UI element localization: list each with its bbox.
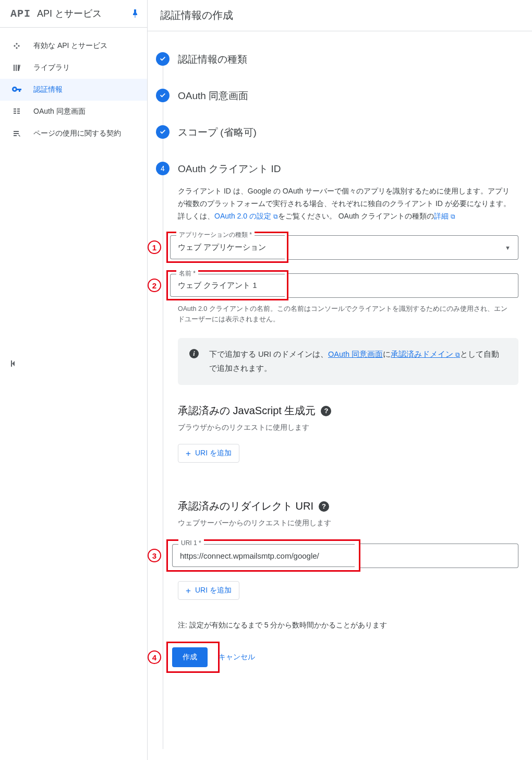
step-title: OAuth クライアント ID	[178, 162, 518, 185]
sidebar-nav: 有効な API とサービス ライブラリ 認証情報 OAuth 同意画面	[0, 28, 147, 144]
redirect-uri-heading: 承認済みのリダイレクト URI ?	[178, 499, 518, 513]
sidebar-item-label: ライブラリ	[33, 63, 70, 73]
redirect-uri-input[interactable]	[180, 551, 347, 560]
terms-icon	[10, 129, 23, 138]
help-icon[interactable]: ?	[319, 501, 329, 512]
external-link-icon: ⧉	[451, 213, 455, 220]
step-oauth-client-id: 4 OAuth クライアント ID クライアント ID は、Google の O…	[148, 162, 518, 749]
sidebar-item-label: ページの使用に関する契約	[33, 129, 121, 138]
uri1-label: URI 1 *	[178, 539, 204, 547]
client-type-detail-link[interactable]: 詳細 ⧉	[434, 212, 455, 220]
api-logo: API	[10, 8, 31, 20]
diamond-icon	[10, 42, 23, 50]
check-icon	[156, 125, 170, 139]
sidebar-header: API API とサービス	[0, 0, 147, 28]
sidebar-title: API とサービス	[37, 7, 131, 20]
key-icon	[10, 87, 23, 93]
page-title: 認証情報の作成	[148, 0, 532, 31]
sidebar-item-terms[interactable]: ページの使用に関する契約	[0, 123, 147, 144]
help-icon[interactable]: ?	[321, 406, 331, 416]
note-text: 注: 設定が有効になるまで 5 分から数時間かかることがあります	[178, 621, 518, 630]
annotation-marker-4: 4	[148, 650, 161, 664]
collapse-sidebar-icon[interactable]	[10, 360, 19, 367]
step-number: 4	[156, 162, 170, 175]
info-panel: i 下で追加する URI のドメインは、OAuth 同意画面に承認済みドメイン …	[178, 338, 518, 385]
annotation-marker-3: 3	[148, 549, 161, 562]
app-type-select-ext[interactable]: ▼	[287, 235, 518, 260]
authorized-domain-link[interactable]: 承認済みドメイン ⧉	[391, 350, 460, 358]
sidebar-item-enabled-apis[interactable]: 有効な API とサービス	[0, 35, 147, 57]
sidebar: API API とサービス 有効な API とサービス ライブラリ	[0, 0, 148, 760]
add-js-uri-button[interactable]: + URI を追加	[178, 444, 239, 463]
plus-icon: +	[186, 586, 191, 595]
sidebar-item-library[interactable]: ライブラリ	[0, 57, 147, 79]
annotation-marker-2: 2	[148, 279, 161, 292]
create-button[interactable]: 作成	[172, 647, 208, 667]
oauth-setup-link[interactable]: OAuth 2.0 の設定 ⧉	[214, 212, 278, 220]
step-title: OAuth 同意画面	[178, 89, 518, 112]
sidebar-item-label: 認証情報	[33, 85, 63, 94]
app-type-label: アプリケーションの種類 *	[176, 231, 255, 239]
client-name-input-ext[interactable]	[287, 273, 518, 298]
sidebar-item-label: 有効な API とサービス	[33, 41, 107, 51]
sidebar-item-credentials[interactable]: 認証情報	[0, 79, 147, 101]
js-origins-heading: 承認済みの JavaScript 生成元 ?	[178, 404, 518, 418]
redirect-uri-input-ext[interactable]	[359, 544, 518, 568]
name-helper-text: OAuth 2.0 クライアントの名前。この名前はコンソールでクライアントを識別…	[178, 304, 518, 324]
step-credential-type: 認証情報の種類	[148, 52, 518, 89]
external-link-icon: ⧉	[273, 213, 278, 220]
step-description: クライアント ID は、Google の OAuth サーバーで個々のアプリを識…	[178, 185, 518, 222]
step-title: 認証情報の種類	[178, 52, 518, 76]
oauth-consent-link[interactable]: OAuth 同意画面	[328, 350, 383, 358]
plus-icon: +	[186, 449, 191, 458]
js-origins-desc: ブラウザからのリクエストに使用します	[178, 423, 518, 432]
chevron-down-icon: ▼	[505, 245, 511, 251]
step-scope: スコープ (省略可)	[148, 125, 518, 162]
main: 認証情報の作成 認証情報の種類	[148, 0, 532, 760]
client-name-input[interactable]	[178, 281, 277, 290]
redirect-uri-desc: ウェブサーバーからのリクエストに使用します	[178, 518, 518, 528]
step-title: スコープ (省略可)	[178, 125, 518, 149]
check-icon	[156, 89, 170, 102]
check-icon	[156, 52, 170, 66]
sidebar-item-oauth-consent[interactable]: OAuth 同意画面	[0, 101, 147, 123]
add-redirect-uri-button[interactable]: + URI を追加	[178, 581, 239, 600]
external-link-icon: ⧉	[455, 351, 460, 358]
pin-icon[interactable]	[131, 9, 139, 18]
consent-icon	[10, 107, 23, 116]
library-icon	[10, 64, 23, 72]
sidebar-item-label: OAuth 同意画面	[33, 107, 86, 116]
step-oauth-consent: OAuth 同意画面	[148, 89, 518, 125]
annotation-marker-1: 1	[148, 240, 161, 254]
info-icon: i	[189, 349, 199, 358]
name-label: 名前 *	[176, 269, 198, 278]
cancel-button[interactable]: キャンセル	[212, 647, 261, 667]
